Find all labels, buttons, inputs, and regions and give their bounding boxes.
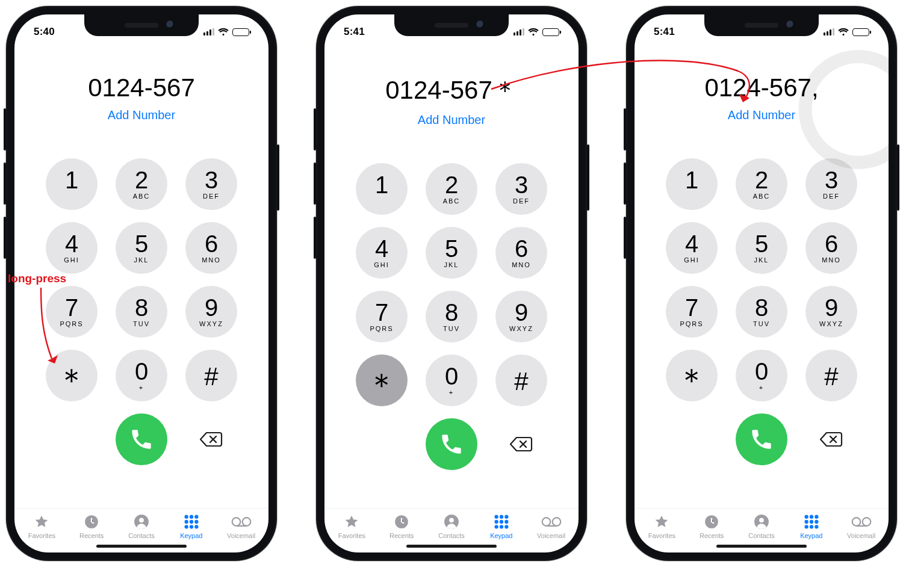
tab-label: Contacts — [438, 532, 464, 539]
call-button[interactable] — [736, 413, 787, 465]
tab-recents[interactable]: Recents — [67, 513, 117, 539]
key-1[interactable]: 1 — [356, 163, 408, 215]
svg-point-2 — [139, 518, 144, 522]
key-3[interactable]: 3DEF — [185, 158, 237, 210]
key-9[interactable]: 9WXYZ — [805, 286, 857, 338]
key-8[interactable]: 8TUV — [736, 286, 787, 338]
star-icon — [34, 513, 49, 530]
svg-point-3 — [184, 515, 188, 518]
key-2[interactable]: 2ABC — [426, 163, 477, 215]
tab-recents[interactable]: Recents — [377, 513, 427, 539]
tab-label: Recents — [700, 532, 724, 539]
star-icon — [344, 513, 359, 530]
key-star[interactable]: ＊ — [356, 354, 408, 406]
key-0[interactable]: 0+ — [426, 354, 477, 406]
delete-button[interactable] — [805, 413, 857, 465]
iphone-frame-3: 5:41 0124-567, Add Number12ABC3DEF4GHI5J… — [626, 6, 897, 561]
key-1[interactable]: 1 — [46, 158, 98, 210]
add-number-button[interactable]: Add Number — [635, 108, 889, 122]
call-button[interactable] — [426, 418, 477, 470]
tab-label: Voicemail — [847, 532, 875, 539]
key-2[interactable]: 2ABC — [736, 158, 787, 210]
dialed-number: 0124-567, — [635, 73, 889, 102]
add-number-button[interactable]: Add Number — [14, 108, 268, 122]
tab-favorites[interactable]: Favorites — [637, 513, 687, 539]
key-4[interactable]: 4GHI — [46, 222, 98, 274]
battery-icon — [542, 28, 559, 36]
battery-icon — [852, 28, 869, 36]
tab-keypad[interactable]: Keypad — [476, 513, 526, 539]
dialed-number: 0124-567 — [14, 73, 268, 102]
home-indicator — [716, 545, 807, 548]
svg-point-17 — [449, 518, 454, 522]
svg-point-38 — [804, 520, 808, 524]
key-star[interactable]: ＊ — [46, 350, 98, 401]
key-6[interactable]: 6MNO — [495, 227, 547, 279]
key-hash[interactable]: # — [185, 350, 237, 401]
signal-icon — [203, 28, 214, 36]
key-5[interactable]: 5JKL — [736, 222, 787, 274]
tab-label: Contacts — [128, 532, 154, 539]
svg-point-42 — [810, 525, 813, 528]
iphone-frame-2: 5:41 0124-567＊ Add Number12ABC3DEF4GHI5J… — [316, 6, 587, 561]
key-9[interactable]: 9WXYZ — [495, 291, 547, 342]
tab-contacts[interactable]: Contacts — [427, 513, 477, 539]
key-4[interactable]: 4GHI — [666, 222, 718, 274]
signal-icon — [824, 28, 834, 36]
tab-contacts[interactable]: Contacts — [117, 513, 167, 539]
tab-voicemail[interactable]: Voicemail — [526, 513, 576, 539]
tab-voicemail[interactable]: Voicemail — [216, 513, 266, 539]
voicemail-icon — [541, 513, 562, 530]
key-3[interactable]: 3DEF — [495, 163, 547, 215]
delete-button[interactable] — [185, 413, 237, 465]
key-8[interactable]: 8TUV — [116, 286, 167, 338]
svg-point-28 — [552, 518, 560, 526]
tab-label: Recents — [79, 532, 104, 539]
tab-favorites[interactable]: Favorites — [17, 513, 67, 539]
key-5[interactable]: 5JKL — [116, 222, 167, 274]
star-icon — [654, 513, 669, 530]
clock-icon — [84, 513, 99, 530]
tab-contacts[interactable]: Contacts — [737, 513, 787, 539]
dialed-number: 0124-567＊ — [324, 73, 579, 107]
key-hash[interactable]: # — [495, 354, 547, 406]
key-0[interactable]: 0+ — [736, 350, 787, 401]
keypad: 12ABC3DEF4GHI5JKL6MNO7PQRS8TUV9WXYZ＊0+# — [665, 158, 858, 401]
add-number-button[interactable]: Add Number — [324, 113, 579, 127]
key-6[interactable]: 6MNO — [185, 222, 237, 274]
tab-voicemail[interactable]: Voicemail — [836, 513, 886, 539]
key-0[interactable]: 0+ — [116, 350, 167, 401]
key-5[interactable]: 5JKL — [426, 227, 477, 279]
keypad-icon — [804, 513, 819, 530]
key-star[interactable]: ＊ — [666, 350, 718, 401]
keypad-icon — [494, 513, 509, 530]
key-8[interactable]: 8TUV — [426, 291, 477, 342]
key-7[interactable]: 7PQRS — [46, 286, 98, 338]
svg-point-13 — [242, 518, 250, 526]
tab-favorites[interactable]: Favorites — [327, 513, 377, 539]
key-1[interactable]: 1 — [666, 158, 718, 210]
key-7[interactable]: 7PQRS — [356, 291, 408, 342]
tab-keypad[interactable]: Keypad — [786, 513, 836, 539]
key-2[interactable]: 2ABC — [116, 158, 167, 210]
delete-button[interactable] — [495, 418, 547, 470]
svg-point-20 — [504, 515, 508, 518]
key-6[interactable]: 6MNO — [805, 222, 857, 274]
key-hash[interactable]: # — [805, 350, 857, 401]
tab-keypad[interactable]: Keypad — [166, 513, 216, 539]
svg-point-18 — [494, 515, 498, 518]
clock-icon — [394, 513, 409, 530]
key-9[interactable]: 9WXYZ — [185, 286, 237, 338]
tab-label: Favorites — [28, 532, 55, 539]
key-3[interactable]: 3DEF — [805, 158, 857, 210]
call-button[interactable] — [116, 413, 167, 465]
key-4[interactable]: 4GHI — [356, 227, 408, 279]
tab-label: Contacts — [748, 532, 774, 539]
home-indicator — [406, 545, 497, 548]
tab-recents[interactable]: Recents — [687, 513, 737, 539]
key-7[interactable]: 7PQRS — [666, 286, 718, 338]
status-time: 5:41 — [654, 26, 675, 38]
svg-point-9 — [184, 525, 188, 528]
tab-label: Keypad — [800, 532, 822, 539]
home-indicator — [96, 545, 187, 548]
